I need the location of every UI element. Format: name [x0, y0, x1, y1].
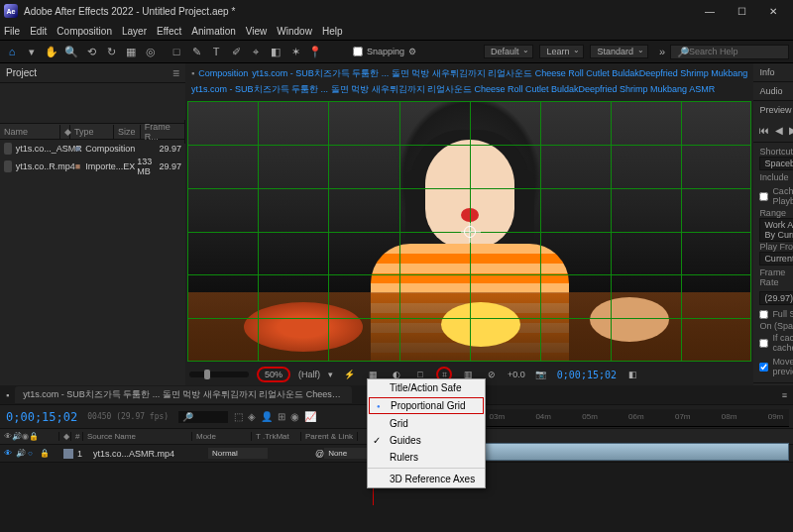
render-queue-icon[interactable]: ▪	[6, 390, 9, 400]
audio-panel-title[interactable]: Audio	[759, 86, 782, 96]
parent-pickwhip-icon[interactable]: @	[315, 449, 324, 459]
comp-flowchart-icon[interactable]: ⬚	[234, 411, 243, 422]
panel-menu-icon[interactable]: ≡	[782, 390, 787, 400]
menu-grid[interactable]: Grid	[368, 415, 485, 432]
color-management-icon[interactable]: ◧	[624, 367, 640, 382]
col-tag[interactable]: ◆	[60, 125, 70, 139]
workspace-standard[interactable]: Standard	[590, 45, 648, 58]
draft3d-icon[interactable]: ◈	[248, 411, 256, 422]
menu-rulers[interactable]: Rulers	[368, 449, 485, 466]
col-parent[interactable]: Parent & Link	[301, 432, 358, 441]
project-row[interactable]: yt1s.co..R.mp4 ■ Importe...EX 133 MB 29.…	[0, 158, 185, 175]
search-help-input[interactable]	[689, 47, 782, 56]
exposure-value[interactable]: +0.0	[508, 370, 525, 379]
zoom-slider[interactable]	[189, 372, 249, 377]
menu-file[interactable]: File	[4, 26, 20, 37]
menu-animation[interactable]: Animation	[191, 26, 235, 37]
home-icon[interactable]: ⌂	[4, 44, 20, 59]
clone-tool-icon[interactable]: ⌖	[248, 44, 264, 59]
camera-tool-icon[interactable]: ▦	[123, 44, 139, 59]
timeline-current-time[interactable]: 0;00;15;02	[6, 410, 77, 424]
timeline-search[interactable]	[178, 411, 228, 423]
panbehind-tool-icon[interactable]: ◎	[143, 44, 159, 59]
movetime-checkbox[interactable]	[759, 363, 768, 372]
menu-layer[interactable]: Layer	[122, 26, 147, 37]
maximize-button[interactable]: ☐	[726, 0, 757, 22]
layer-mode[interactable]: Normal	[208, 448, 268, 459]
brush-tool-icon[interactable]: ✐	[228, 44, 244, 59]
anchor-point-icon[interactable]	[464, 226, 476, 238]
framerate-select[interactable]: (29.97)	[759, 291, 793, 305]
workspace-default[interactable]: Default	[484, 45, 534, 58]
prev-frame-icon[interactable]: ◀	[775, 125, 783, 136]
solo-toggle-icon[interactable]: ○	[28, 449, 38, 459]
viewport[interactable]	[187, 101, 751, 362]
project-panel-title[interactable]: Project	[6, 67, 37, 78]
col-trkmat[interactable]: T .TrkMat	[252, 432, 301, 441]
col-size[interactable]: Size	[114, 125, 141, 139]
cache-checkbox[interactable]	[759, 192, 768, 201]
menu-composition[interactable]: Composition	[57, 26, 112, 37]
selection-tool-icon[interactable]: ▾	[24, 44, 40, 59]
playfrom-select[interactable]: Current Time	[759, 252, 793, 266]
puppet-tool-icon[interactable]: 📍	[307, 44, 323, 59]
snapping-checkbox[interactable]	[353, 47, 363, 56]
fullscreen-checkbox[interactable]	[759, 310, 768, 319]
search-help[interactable]: 🔎	[670, 45, 789, 59]
col-type[interactable]: Type	[70, 125, 114, 139]
zoom-percent[interactable]: 50%	[257, 367, 290, 382]
menu-proportional-grid[interactable]: Proportional Grid	[369, 397, 484, 414]
menu-help[interactable]: Help	[322, 26, 343, 37]
first-frame-icon[interactable]: ⏮	[759, 125, 769, 136]
shy-icon[interactable]: 👤	[261, 411, 273, 422]
frameblend-icon[interactable]: ⊞	[278, 411, 285, 422]
pen-tool-icon[interactable]: ✎	[188, 44, 204, 59]
roto-tool-icon[interactable]: ✶	[287, 44, 303, 59]
col-idx[interactable]: #	[71, 432, 83, 441]
menu-effect[interactable]: Effect	[157, 26, 181, 37]
col-mode[interactable]: Mode	[192, 432, 252, 441]
audio-toggle-icon[interactable]: 🔊	[16, 449, 26, 459]
graph-editor-icon[interactable]: 📈	[304, 411, 316, 422]
rotate-tool-icon[interactable]: ↻	[103, 44, 119, 59]
exposure-reset-icon[interactable]: ⊘	[484, 367, 500, 382]
close-button[interactable]: ✕	[757, 0, 789, 22]
menu-edit[interactable]: Edit	[30, 26, 47, 37]
composition-tab[interactable]: yt1s.com - SUB치즈가득 두툼한 ... 돌면 먹방 새우튀김까지 …	[191, 84, 715, 94]
composition-crumb[interactable]: yt1s.com - SUB치즈가득 두툼한 ... 돌면 먹방 새우튀김까지 …	[252, 67, 747, 80]
info-panel-title[interactable]: Info	[759, 67, 774, 77]
orbit-tool-icon[interactable]: ⟲	[83, 44, 99, 59]
range-select[interactable]: Work Area Extended By Current...	[759, 218, 793, 242]
minimize-button[interactable]: —	[694, 0, 726, 22]
workspace-learn[interactable]: Learn	[539, 45, 584, 58]
preview-panel-title[interactable]: Preview	[759, 105, 791, 115]
menu-window[interactable]: Window	[277, 26, 312, 37]
snapping-options-icon[interactable]: ⚙	[408, 47, 416, 56]
menu-3d-reference-axes[interactable]: 3D Reference Axes	[368, 471, 485, 487]
play-icon[interactable]: ▶	[789, 125, 793, 136]
menu-title-action-safe[interactable]: Title/Action Safe	[368, 379, 485, 396]
panel-menu-icon[interactable]: ≡	[172, 66, 179, 80]
ifcaching-checkbox[interactable]	[759, 339, 768, 348]
timeline-tab[interactable]: yt1s.com - SUB치즈가득 두툼한 ... 돌면 먹방 새우튀김까지 …	[15, 386, 352, 403]
eraser-tool-icon[interactable]: ◧	[268, 44, 283, 59]
snapshot-icon[interactable]: 📷	[533, 367, 549, 382]
col-name[interactable]: Name	[0, 125, 60, 139]
lock-toggle-icon[interactable]: 🔒	[40, 449, 50, 459]
resolution-dropdown[interactable]: (Half)	[298, 370, 320, 379]
motionblur-icon[interactable]: ◉	[290, 411, 299, 422]
workspace-more-icon[interactable]: »	[654, 44, 670, 59]
menu-view[interactable]: View	[246, 26, 268, 37]
fast-preview-icon[interactable]: ⚡	[341, 367, 357, 382]
layer-color-tag[interactable]	[63, 449, 73, 459]
layer-name[interactable]: yt1s.co...ASMR.mp4	[89, 449, 208, 459]
text-tool-icon[interactable]: T	[208, 44, 224, 59]
col-framerate[interactable]: Frame R...	[141, 120, 185, 144]
video-toggle-icon[interactable]: 👁	[4, 449, 14, 459]
col-source[interactable]: Source Name	[83, 432, 192, 441]
hand-tool-icon[interactable]: ✋	[44, 44, 59, 59]
shortcut-select[interactable]: Spacebar	[759, 157, 793, 170]
menu-guides[interactable]: Guides	[368, 432, 485, 449]
rectangle-tool-icon[interactable]: □	[169, 44, 184, 59]
zoom-tool-icon[interactable]: 🔍	[63, 44, 79, 59]
